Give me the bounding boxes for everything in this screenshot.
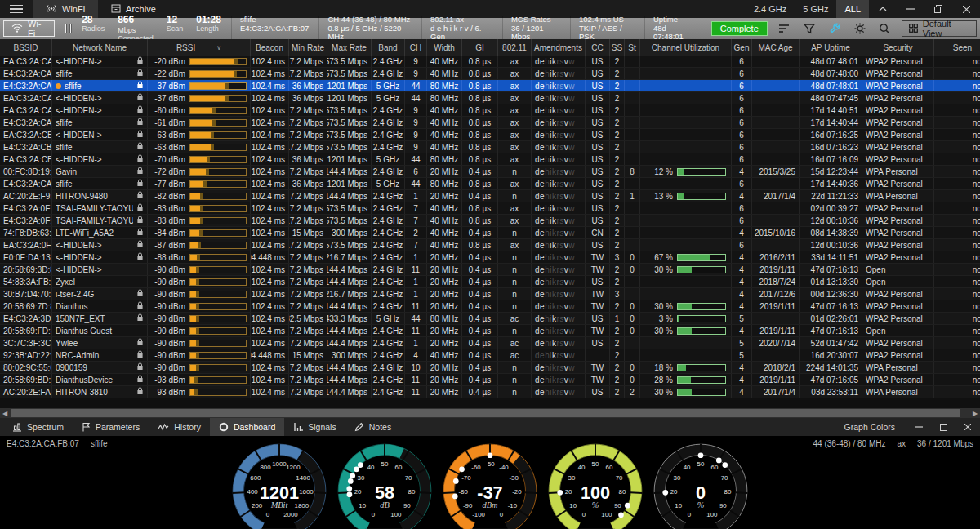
rssi-cell: -90 dBm <box>148 362 251 373</box>
scroll-right-icon[interactable]: ▶ <box>970 408 980 418</box>
adapter-selector[interactable]: Wi-Fi <box>3 20 55 37</box>
column-header-network-name[interactable]: Network Name <box>52 39 148 56</box>
table-row[interactable]: E4:C3:2A:0F:99:46TSAI-FAMILY-TAOYUAN-83 … <box>0 202 980 215</box>
table-row[interactable]: E4:C3:2A:CA:FB:07sflife-37 dBm102.4 ms36… <box>0 80 980 92</box>
table-row[interactable]: 00:FC:8D:19:CA:48Gavin-72 dBm102.4 ms7.2… <box>0 166 980 178</box>
gear-icon[interactable] <box>851 20 868 37</box>
column-header-bssid[interactable]: BSSID <box>0 39 52 56</box>
table-row[interactable]: 80:02:9C:55:68:760900159-90 dBm102.4 ms7… <box>0 362 980 374</box>
table-row[interactable]: E4:C3:2A:CB:0D:7Esflife-63 dBm102.4 ms17… <box>0 141 980 153</box>
table-row[interactable]: 20:58:69:FD:8B:38Dianthus Guest-90 dBm10… <box>0 325 980 337</box>
rssi-cell: -90 dBm <box>148 288 251 300</box>
scroll-left-icon[interactable]: ◀ <box>0 408 10 418</box>
table-row[interactable]: 92:3B:AD:22:8B:71NRC-Admin-90 dBm104.448… <box>0 349 980 362</box>
panel-close-icon[interactable] <box>956 418 980 436</box>
svg-text:0: 0 <box>500 511 504 518</box>
minimize-icon[interactable] <box>897 0 924 18</box>
table-row[interactable]: 30:B7:D4:70:FA:68i-tser-2.4G-90 dBm102.4… <box>0 288 980 300</box>
collapse-icon[interactable] <box>869 0 897 18</box>
table-row[interactable]: EA:C3:2A:CA:FB:07<-HIDDEN->-37 dBm102.4 … <box>0 92 980 104</box>
band-24ghz-button[interactable]: 2.4 GHz <box>746 0 795 18</box>
seen-cell: now <box>934 239 980 251</box>
table-row[interactable]: EA:C3:2A:CB:0D:7F<-HIDDEN->-70 dBm102.4 … <box>0 153 980 166</box>
menu-icon[interactable] <box>0 0 33 18</box>
tab-notes[interactable]: Notes <box>345 418 400 436</box>
table-row[interactable]: E4:C3:2A:3D:36:F5150N7F_EXT-90 dBm102.4 … <box>0 313 980 325</box>
channel-utilization-cell <box>640 288 732 300</box>
tab-parameters[interactable]: Parameters <box>73 418 149 436</box>
column-header-rssi[interactable]: RSSI ∨ <box>148 39 251 56</box>
horizontal-scrollbar[interactable]: ◀ ▶ <box>0 408 980 418</box>
table-row[interactable]: EA:C3:2A:CB:0D:7E<-HIDDEN->-63 dBm102.4 … <box>0 129 980 141</box>
table-row[interactable]: E0:0E:DA:13:6A:D0<-HIDDEN->-88 dBm104.44… <box>0 251 980 264</box>
table-row[interactable]: 20:58:69:BD:8B:38DianthusDevice-93 dBm10… <box>0 374 980 386</box>
tab-dashboard[interactable]: Dashboard <box>210 418 284 436</box>
spatial-streams-cell: 2 <box>610 349 625 361</box>
connection-info-group-4: 102.4 ms USTKIP / AES / PSK <box>570 16 635 42</box>
table-row[interactable]: E4:C3:2A:CA:FB:08sflife-77 dBm102.4 ms36… <box>0 178 980 190</box>
column-header-security[interactable]: Security <box>862 39 934 56</box>
lock-icon <box>136 105 144 115</box>
column-header-max-rate[interactable]: Max Rate <box>327 39 372 56</box>
table-row[interactable]: AC:20:2E:FA:38:18HITRON-3810-93 dBm102.4… <box>0 386 980 398</box>
tab-history[interactable]: History <box>149 418 210 436</box>
column-header-gen[interactable]: Gen <box>732 39 752 56</box>
sort-icon[interactable] <box>776 20 793 37</box>
table-row[interactable]: 74:F8:DB:63:A5:A2LTE-WiFi_A5A2-84 dBm102… <box>0 227 980 239</box>
column-header-ap-uptime[interactable]: AP Uptime <box>800 39 862 56</box>
table-row[interactable]: 20:58:69:7D:8B:38Dianthus-90 dBm102.4 ms… <box>0 300 980 313</box>
graph-colors-button[interactable]: Graph Colors <box>833 418 906 436</box>
country-code-cell: US <box>586 337 610 349</box>
scrollbar-thumb[interactable] <box>11 409 960 417</box>
ap-uptime-cell: 08d 14:38:39 <box>800 227 862 238</box>
column-header-cc[interactable]: CC <box>586 39 610 56</box>
panel-minimize-icon[interactable] <box>906 418 931 436</box>
column-header-seen[interactable]: Seen <box>934 39 980 56</box>
close-icon[interactable] <box>952 0 980 18</box>
column-header-802-11[interactable]: 802.11 <box>498 39 532 56</box>
rssi-bar <box>189 340 247 347</box>
column-header-ss[interactable]: SS <box>610 39 625 56</box>
width-cell: 40 MHz <box>427 117 462 128</box>
search-icon[interactable] <box>876 20 893 37</box>
column-header-beacon[interactable]: Beacon <box>251 39 289 56</box>
column-header-gi[interactable]: GI <box>462 39 498 56</box>
band-all-button[interactable]: ALL <box>836 0 869 18</box>
restore-icon[interactable] <box>924 0 952 18</box>
beacon-cell: 102.4 ms <box>251 337 289 349</box>
network-name-cell: Ywlee <box>52 337 148 349</box>
pause-button[interactable] <box>65 24 72 33</box>
column-header-min-rate[interactable]: Min Rate <box>289 39 327 56</box>
column-header-width[interactable]: Width <box>427 39 462 56</box>
column-header-band[interactable]: Band <box>372 39 405 56</box>
table-row[interactable]: E4:C3:2A:CA:FB:06sflife-22 dBm102.4 ms17… <box>0 68 980 80</box>
table-row[interactable]: EA:C3:2A:CA:FB:06<-HIDDEN->-20 dBm102.4 … <box>0 56 980 68</box>
table-row[interactable]: EA:C3:2A:CA:FB:0A<-HIDDEN->-60 dBm102.4 … <box>0 104 980 117</box>
amendments-cell: dehikrsvw <box>532 56 586 67</box>
panel-maximize-icon[interactable] <box>931 418 956 436</box>
band-5ghz-button[interactable]: 5 GHz <box>795 0 836 18</box>
table-row[interactable]: 54:83:3A:FB:8E:68Zyxel-90 dBm102.4 ms7.2… <box>0 276 980 288</box>
column-header-amendments[interactable]: Amendments <box>532 39 586 56</box>
tab-signals[interactable]: Signals <box>284 418 345 436</box>
band-cell: 2.4 GHz <box>372 239 405 251</box>
column-header-ch[interactable]: CH <box>405 39 427 56</box>
tab-spectrum[interactable]: Spectrum <box>3 418 73 436</box>
seen-cell: now <box>934 264 980 275</box>
table-row[interactable]: 20:58:69:3D:8B:38<-HIDDEN->-90 dBm102.4 … <box>0 264 980 276</box>
column-header-st[interactable]: St <box>625 39 640 56</box>
filter-icon[interactable] <box>801 20 818 37</box>
table-row[interactable]: E4:C3:2A:CA:FB:0Asflife-61 dBm102.4 ms17… <box>0 117 980 129</box>
table-row[interactable]: AC:20:2E:F9:94:88HITRON-9480-82 dBm102.4… <box>0 190 980 202</box>
lock-icon <box>136 362 144 372</box>
default-view-button[interactable]: Default View <box>902 20 977 37</box>
complete-button[interactable]: Complete <box>711 21 768 36</box>
table-row[interactable]: EA:C3:2A:0F:99:32<-HIDDEN->-87 dBm102.4 … <box>0 239 980 251</box>
beacon-cell: 102.4 ms <box>251 202 289 214</box>
column-header-channel-utilization[interactable]: Channel Utilization <box>640 39 732 56</box>
table-row[interactable]: E4:C3:2A:0F:99:32TSAI-FAMILY-TAOYUAN-83 … <box>0 215 980 227</box>
min-rate-cell: 36 Mbps <box>289 153 327 165</box>
table-row[interactable]: 3C:7C:3F:3C:C8:60Ywlee-90 dBm102.4 ms7.2… <box>0 337 980 349</box>
column-header-mac-age[interactable]: MAC Age <box>752 39 800 56</box>
wrench-icon[interactable] <box>826 20 843 37</box>
